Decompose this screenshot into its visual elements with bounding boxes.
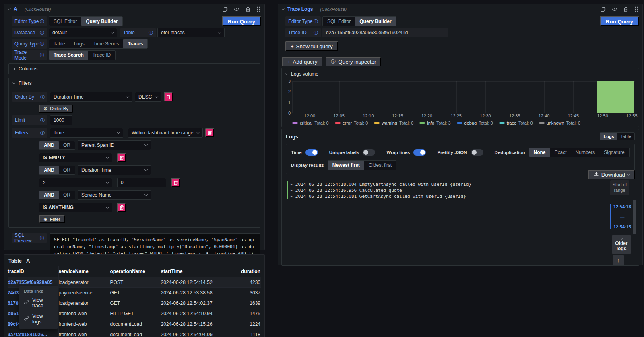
view-logs-option[interactable]: Logs <box>600 133 617 140</box>
drag-handle-icon[interactable] <box>256 6 260 12</box>
panel-title[interactable]: A <box>14 6 17 12</box>
run-query-button[interactable]: Run Query <box>222 16 261 26</box>
info-logs-bar[interactable] <box>597 81 634 113</box>
log-entry[interactable]: ▶ 2024-06-28 12:54:18.004 EmptyCartAsync… <box>287 181 599 187</box>
and-option[interactable]: AND <box>39 141 59 149</box>
info-icon[interactable]: ⓘ <box>40 95 45 99</box>
duplicate-icon[interactable] <box>601 7 606 12</box>
legend-item-info[interactable]: infoTotal: 3 <box>419 121 450 125</box>
limit-input[interactable]: 1000 <box>50 115 72 125</box>
trash-icon[interactable] <box>623 7 628 12</box>
expand-chevron-icon[interactable]: ▶ <box>291 189 293 192</box>
wrap-lines-toggle[interactable] <box>413 149 426 156</box>
col-header-servicename[interactable]: serviceName <box>58 266 110 277</box>
table-select[interactable]: otel_traces <box>157 28 225 37</box>
sql-editor-option[interactable]: SQL Editor <box>323 17 355 26</box>
remove-condition-1-button[interactable] <box>117 153 126 162</box>
scroll-to-top-button[interactable]: ↑ <box>613 255 624 265</box>
info-icon[interactable]: ⓘ <box>314 31 318 35</box>
order-by-direction-select[interactable]: DESC <box>135 92 161 102</box>
chart-plot-area[interactable] <box>292 81 635 113</box>
trash-icon[interactable] <box>246 7 250 12</box>
remove-order-by-button[interactable] <box>164 92 173 101</box>
info-icon[interactable]: ⓘ <box>40 19 44 24</box>
trace-id-link[interactable]: d2a7155ef6a928a05 <box>8 279 52 285</box>
sql-editor-option[interactable]: SQL Editor <box>49 17 81 26</box>
info-icon[interactable]: ⓘ <box>40 31 44 35</box>
prettify-json-toggle[interactable] <box>471 149 483 156</box>
query-builder-option[interactable]: Query Builder <box>81 17 122 26</box>
and-option[interactable]: AND <box>39 191 59 199</box>
legend-item-unknown[interactable]: unknownTotal: 0 <box>539 121 581 125</box>
dedup-numbers[interactable]: Numbers <box>571 148 600 157</box>
add-order-by-button[interactable]: ⊕Order By <box>39 105 73 113</box>
unique-labels-toggle[interactable] <box>363 149 375 156</box>
filter-time-value-select[interactable]: Within dashboard time range <box>128 128 203 138</box>
filters-section-header[interactable]: Filters <box>9 78 260 88</box>
condition-2-value-input[interactable]: 0 <box>117 178 166 187</box>
view-trace-menu-item[interactable]: View trace <box>19 295 58 311</box>
info-icon[interactable]: ⓘ <box>149 31 153 35</box>
run-query-button[interactable]: Run Query <box>600 16 639 26</box>
collapse-chevron-icon[interactable] <box>8 7 11 10</box>
query-builder-option[interactable]: Query Builder <box>355 17 396 26</box>
eye-icon[interactable] <box>612 6 617 12</box>
query-type-logs[interactable]: Logs <box>70 39 89 48</box>
newest-first-option[interactable]: Newest first <box>328 161 364 170</box>
older-logs-button[interactable]: Older logs <box>612 235 631 254</box>
database-select[interactable]: default <box>49 28 117 37</box>
eye-icon[interactable] <box>234 6 239 12</box>
trace-id-input[interactable]: d2a7155ef6a928a05680e5ff6190241d <box>322 28 448 37</box>
trace-id-link[interactable]: 9a7faf81841026... <box>8 332 47 337</box>
query-type-table[interactable]: Table <box>49 39 70 48</box>
remove-condition-2-button[interactable] <box>171 178 180 187</box>
logs-volume-header[interactable]: Logs volume <box>282 68 639 78</box>
trace-mode-search[interactable]: Trace Search <box>49 51 88 60</box>
info-icon[interactable]: ⓘ <box>40 236 44 240</box>
dedup-signature[interactable]: Signature <box>599 148 629 157</box>
drag-handle-icon[interactable] <box>634 6 638 12</box>
and-option[interactable]: AND <box>39 166 59 174</box>
legend-item-trace[interactable]: traceTotal: 0 <box>499 121 533 125</box>
logs-scrollbar[interactable] <box>633 200 636 234</box>
condition-3-operator-select[interactable]: IS ANYTHING <box>39 203 112 212</box>
filter-time-field-select[interactable]: Time <box>50 128 123 138</box>
view-table-option[interactable]: Table <box>617 133 634 140</box>
duplicate-icon[interactable] <box>223 7 228 12</box>
view-logs-menu-item[interactable]: View logs <box>19 311 58 327</box>
remove-time-filter-button[interactable] <box>205 128 214 137</box>
dedup-none[interactable]: None <box>529 148 550 157</box>
info-icon[interactable]: ⓘ <box>40 42 44 46</box>
legend-item-critical[interactable]: criticalTotal: 0 <box>292 121 329 125</box>
condition-1-operator-select[interactable]: IS EMPTY <box>39 153 112 162</box>
panel-title[interactable]: Trace Logs <box>287 6 313 12</box>
or-option[interactable]: OR <box>59 141 75 149</box>
or-option[interactable]: OR <box>59 166 75 174</box>
query-type-timeseries[interactable]: Time Series <box>89 39 124 48</box>
remove-condition-3-button[interactable] <box>117 203 126 212</box>
legend-item-debug[interactable]: debugTotal: 0 <box>457 121 493 125</box>
info-icon[interactable]: ⓘ <box>40 53 44 58</box>
order-by-field-select[interactable]: Duration Time <box>50 92 132 102</box>
trace-mode-id[interactable]: Trace ID <box>88 51 116 60</box>
log-entry[interactable]: ▶ 2024-06-28 12:54:15.081 GetCartAsync c… <box>287 193 599 199</box>
legend-item-error[interactable]: errorTotal: 0 <box>335 121 368 125</box>
add-query-button[interactable]: +Add query <box>282 57 322 66</box>
col-header-traceid[interactable]: traceID <box>8 266 58 277</box>
show-full-query-button[interactable]: +Show full query <box>285 41 338 51</box>
log-time-range-indicator[interactable]: 12:54:18 — 12:54:15 <box>610 204 631 229</box>
dedup-exact[interactable]: Exact <box>550 148 571 157</box>
log-entry[interactable]: ▶ 2024-06-28 12:54:16.956 Calculated quo… <box>287 187 599 193</box>
info-icon[interactable]: ⓘ <box>314 19 318 24</box>
table-panel-title[interactable]: Table - A <box>4 255 264 266</box>
legend-item-warning[interactable]: warningTotal: 0 <box>374 121 413 125</box>
condition-2-operator-select[interactable]: > <box>39 178 112 187</box>
info-icon[interactable]: ⓘ <box>40 131 45 135</box>
collapse-chevron-icon[interactable] <box>282 7 285 10</box>
expand-chevron-icon[interactable]: ▶ <box>291 183 293 186</box>
time-toggle[interactable] <box>305 149 318 156</box>
condition-2-field-select[interactable]: Duration Time <box>78 165 151 175</box>
columns-section-header[interactable]: Columns <box>9 64 260 74</box>
query-type-traces[interactable]: Traces <box>123 39 147 48</box>
col-header-duration[interactable]: duration <box>213 266 261 277</box>
